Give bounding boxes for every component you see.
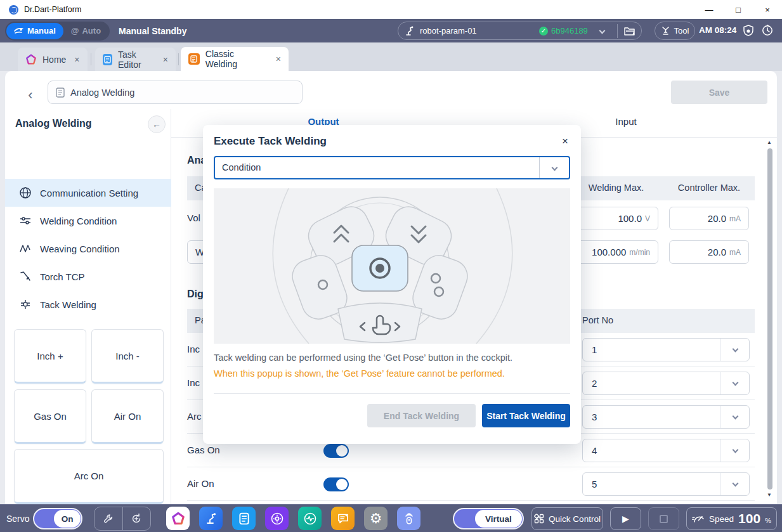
app-robot-icon[interactable] — [199, 507, 223, 530]
port-no-select[interactable]: 3 — [582, 405, 750, 429]
gas-on-button[interactable]: Gas On — [14, 389, 86, 444]
sidebar: Analog Welding ← Communication Setting W… — [5, 109, 171, 504]
chevron-down-icon — [733, 380, 739, 386]
tab-input[interactable]: Input — [594, 116, 658, 127]
app-window: Dr.Dart-Platform — □ × Manual @ Auto Man… — [0, 0, 782, 532]
air-on-button[interactable]: Air On — [91, 389, 164, 444]
col-welding-max: Welding Max. — [574, 183, 658, 193]
air-on-toggle[interactable] — [323, 477, 349, 491]
gauge-icon — [692, 514, 705, 524]
sidebar-item-weaving-condition[interactable]: Weaving Condition — [5, 235, 171, 263]
play-icon: ▶ — [622, 514, 629, 524]
sidebar-collapse-button[interactable]: ← — [148, 115, 166, 133]
welding-max-speed-input[interactable]: 100.000 m/min — [574, 240, 658, 264]
stop-button[interactable] — [648, 507, 679, 530]
task-name-input[interactable]: Analog Welding — [48, 81, 303, 104]
titlebar: Dr.Dart-Platform — □ × — [0, 0, 782, 19]
port-no-select[interactable]: 2 — [582, 372, 750, 395]
save-button[interactable]: Save — [671, 81, 767, 104]
chevron-down-icon — [733, 346, 739, 353]
tool-button[interactable]: Tool — [655, 22, 695, 40]
globe-icon — [19, 186, 32, 199]
sidebar-item-torch-tcp[interactable]: Torch TCP — [5, 263, 171, 290]
robot-param-dropdown[interactable]: robot-param-01 ✓ 6b946189 — [398, 22, 642, 40]
wrench-button[interactable] — [94, 507, 123, 530]
inch-plus-button[interactable]: Inch + — [14, 329, 86, 384]
document-tabbar: Home × Task Editor × Classic Welding × — [0, 42, 782, 71]
sidebar-item-communication-setting[interactable]: Communication Setting — [5, 179, 171, 207]
scrollbar-down-icon[interactable]: ▼ — [765, 492, 774, 498]
arc-on-button[interactable]: Arc On — [14, 449, 164, 504]
start-tack-welding-button[interactable]: Start Tack Welding — [482, 404, 570, 427]
app-monitor-icon[interactable] — [298, 507, 322, 530]
tab-task-editor[interactable]: Task Editor × — [95, 48, 176, 71]
speed-label: Speed — [709, 514, 734, 524]
chevron-down-icon — [733, 447, 739, 453]
safety-shield-icon[interactable] — [742, 24, 755, 37]
robot-status-text: Manual Standby — [119, 26, 186, 36]
window-minimize-button[interactable]: — — [694, 0, 724, 19]
folder-open-icon[interactable] — [624, 26, 635, 36]
chevron-down-icon — [733, 481, 739, 487]
check-icon: ✓ — [539, 27, 548, 36]
chevron-down-icon — [733, 413, 739, 420]
end-tack-welding-button[interactable]: End Tack Welding — [367, 404, 476, 427]
scrollbar-up-icon[interactable]: ▲ — [765, 139, 774, 145]
port-no-select[interactable]: 1 — [582, 338, 750, 361]
window-maximize-button[interactable]: □ — [724, 0, 753, 19]
app-settings-icon[interactable]: ⚙ — [364, 507, 388, 530]
hand-icon — [14, 27, 23, 35]
port-no-select[interactable]: 5 — [582, 472, 750, 496]
sidebar-item-welding-condition[interactable]: Welding Condition — [5, 207, 171, 235]
tab-home-close-icon[interactable]: × — [74, 55, 79, 65]
app-task-editor-icon[interactable] — [232, 507, 256, 530]
app-remote-icon[interactable] — [397, 507, 420, 530]
play-button[interactable]: ▶ — [610, 507, 641, 530]
gas-on-toggle[interactable] — [323, 444, 349, 458]
dialog-info-text: Tack welding can be performed using the … — [214, 353, 570, 363]
tab-task-editor-close-icon[interactable]: × — [163, 55, 168, 65]
condition-value: Condition — [222, 162, 261, 172]
virtual-real-toggle[interactable]: Virtual — [453, 508, 524, 529]
sidebar-item-tack-welding[interactable]: Tack Welding — [5, 290, 171, 318]
sidebar-item-label: Communication Setting — [40, 188, 138, 198]
scrollbar-thumb[interactable] — [767, 148, 772, 490]
at-icon: @ — [71, 26, 79, 36]
document-icon — [56, 88, 65, 98]
back-button[interactable]: ‹ — [22, 86, 39, 104]
timer-icon[interactable] — [761, 24, 774, 37]
sidebar-item-label: Weaving Condition — [40, 243, 120, 254]
dialog-close-icon[interactable]: × — [562, 135, 568, 148]
controller-max-voltage-input[interactable]: 20.0 mA — [669, 207, 749, 230]
stop-icon — [660, 515, 668, 523]
welding-max-voltage-input[interactable]: 100.0 V — [574, 207, 658, 230]
inch-minus-button[interactable]: Inch - — [91, 329, 164, 384]
tab-classic-welding-label: Classic Welding — [205, 49, 268, 69]
port-no-select[interactable]: 4 — [582, 439, 750, 462]
speed-control[interactable]: Speed 100 % — [686, 507, 777, 530]
condition-select[interactable]: Condition — [214, 156, 570, 179]
sidebar-title: Analog Welding — [15, 118, 92, 129]
auto-mode-button[interactable]: @ Auto — [63, 23, 108, 39]
app-home-icon[interactable] — [166, 507, 190, 530]
tab-task-editor-label: Task Editor — [118, 49, 155, 70]
reset-button[interactable] — [123, 507, 151, 530]
app-message-icon[interactable] — [331, 507, 355, 530]
speed-value: 100 — [738, 511, 760, 526]
controller-max-speed-input[interactable]: 20.0 mA — [669, 240, 749, 264]
quick-control-button[interactable]: Quick Control — [531, 507, 603, 530]
dialog-title: Execute Tack Welding — [214, 135, 570, 148]
manual-label: Manual — [27, 26, 56, 36]
sliders-icon — [19, 214, 32, 227]
clock-text: AM 08:24 — [699, 25, 736, 35]
servo-toggle[interactable]: On — [33, 508, 82, 529]
tab-classic-welding[interactable]: Classic Welding × — [181, 47, 289, 71]
tab-home[interactable]: Home × — [18, 48, 88, 71]
tab-classic-welding-close-icon[interactable]: × — [276, 54, 281, 64]
app-jog-icon[interactable] — [265, 507, 289, 530]
tab-home-label: Home — [42, 55, 66, 65]
manual-mode-button[interactable]: Manual — [6, 23, 63, 39]
window-close-button[interactable]: × — [753, 0, 782, 19]
mode-toggle: Manual @ Auto — [5, 22, 110, 41]
classic-welding-icon — [188, 53, 200, 65]
